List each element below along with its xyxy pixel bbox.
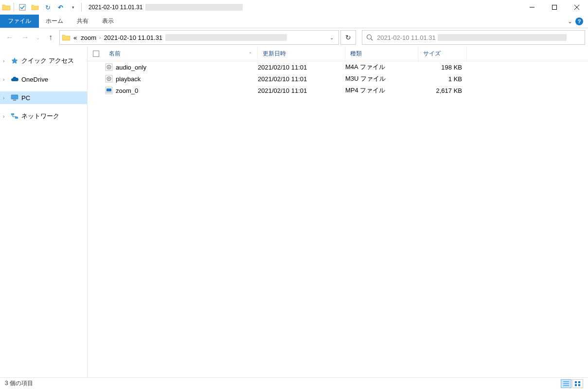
- folder-icon: [2, 3, 11, 12]
- item-count: 3 個の項目: [5, 379, 33, 388]
- breadcrumb-redaction: [165, 34, 287, 41]
- sidebar-label: OneDrive: [21, 76, 48, 83]
- sidebar-item-onedrive[interactable]: › OneDrive: [0, 73, 87, 86]
- breadcrumb-seg1[interactable]: zoom: [81, 34, 96, 41]
- chevron-right-icon[interactable]: ›: [3, 114, 8, 119]
- file-date: 2021/02/10 11:01: [258, 64, 345, 71]
- file-row[interactable]: zoom_02021/02/10 11:01MP4 ファイル2,617 KB: [88, 85, 588, 96]
- sidebar-item-quick-access[interactable]: › クイック アクセス: [0, 54, 87, 67]
- icons-view-button[interactable]: [572, 379, 583, 388]
- properties-checkbox-icon[interactable]: [17, 2, 28, 13]
- folder-icon: [62, 33, 71, 42]
- file-name: playback: [116, 75, 141, 83]
- file-name: zoom_0: [116, 87, 138, 94]
- breadcrumb[interactable]: « zoom › 2021-02-10 11.01.31: [73, 34, 287, 41]
- search-box[interactable]: 2021-02-10 11.01.31: [362, 30, 585, 45]
- header-name[interactable]: 名前 ⌃: [104, 47, 258, 61]
- title-redaction: [145, 4, 243, 11]
- file-rows: audio_only2021/02/10 11:01M4A ファイル198 KB…: [88, 61, 588, 96]
- svg-rect-19: [578, 384, 580, 386]
- svg-rect-1: [552, 5, 557, 10]
- back-button[interactable]: ←: [3, 31, 17, 44]
- search-redaction: [438, 34, 567, 41]
- new-folder-icon[interactable]: [30, 2, 40, 13]
- recent-locations-dropdown[interactable]: ⌄: [34, 31, 42, 44]
- sidebar-label: PC: [21, 94, 30, 102]
- chevron-right-icon[interactable]: ›: [3, 77, 8, 82]
- view-switcher: [561, 379, 583, 388]
- svg-rect-3: [11, 95, 18, 99]
- redo-icon[interactable]: ↻: [42, 2, 53, 13]
- search-icon: [366, 34, 373, 41]
- file-icon: [105, 75, 113, 83]
- column-headers: 名前 ⌃ 更新日時 種類 サイズ: [88, 47, 588, 61]
- customize-qat-dropdown[interactable]: ▾: [68, 2, 78, 13]
- help-icon[interactable]: ?: [575, 18, 583, 25]
- cloud-icon: [11, 75, 18, 83]
- network-icon: [11, 112, 18, 120]
- file-icon: [105, 63, 113, 71]
- ribbon-right: ⌄ ?: [568, 15, 588, 28]
- star-icon: [11, 57, 18, 65]
- tab-file[interactable]: ファイル: [0, 15, 39, 28]
- tab-share[interactable]: 共有: [70, 15, 95, 28]
- window-controls: [521, 0, 588, 15]
- file-name: audio_only: [116, 64, 146, 71]
- minimize-button[interactable]: [521, 0, 543, 15]
- up-button[interactable]: ↑: [44, 31, 57, 44]
- file-size: 2,617 KB: [418, 87, 467, 94]
- quick-access-toolbar: ↻ ↶ ▾: [0, 2, 85, 13]
- svg-rect-14: [107, 88, 111, 91]
- file-type: MP4 ファイル: [345, 86, 418, 95]
- header-size-label: サイズ: [423, 50, 441, 58]
- header-name-label: 名前: [109, 50, 121, 58]
- svg-rect-18: [575, 384, 577, 386]
- svg-rect-5: [11, 113, 14, 115]
- address-bar[interactable]: « zoom › 2021-02-10 11.01.31 ⌄: [59, 30, 339, 45]
- window-title: 2021-02-10 11.01.31: [89, 4, 243, 11]
- breadcrumb-sep-icon[interactable]: ›: [99, 35, 101, 40]
- svg-rect-16: [575, 381, 577, 383]
- refresh-button[interactable]: ↻: [340, 30, 356, 45]
- status-bar: 3 個の項目: [0, 377, 588, 389]
- chevron-right-icon[interactable]: ›: [3, 58, 8, 64]
- svg-rect-15: [106, 92, 112, 93]
- header-type[interactable]: 種類: [345, 47, 418, 61]
- chevron-right-icon[interactable]: ›: [3, 95, 8, 101]
- forward-button[interactable]: →: [18, 31, 32, 44]
- tab-view[interactable]: 表示: [95, 15, 121, 28]
- svg-point-9: [108, 67, 109, 68]
- separator: [14, 3, 14, 12]
- breadcrumb-prefix: «: [73, 34, 77, 41]
- header-date[interactable]: 更新日時: [258, 47, 345, 61]
- search-placeholder-text: 2021-02-10 11.01.31: [377, 34, 436, 41]
- sidebar-item-pc[interactable]: › PC: [0, 91, 87, 104]
- file-type: M4A ファイル: [345, 63, 418, 71]
- sidebar-item-network[interactable]: › ネットワーク: [0, 110, 87, 123]
- close-button[interactable]: [566, 0, 588, 15]
- file-size: 1 KB: [418, 75, 467, 83]
- header-size[interactable]: サイズ: [418, 47, 467, 61]
- breadcrumb-seg2[interactable]: 2021-02-10 11.01.31: [104, 34, 162, 41]
- navigation-bar: ← → ⌄ ↑ « zoom › 2021-02-10 11.01.31 ⌄ ↻…: [0, 28, 588, 47]
- file-list: 名前 ⌃ 更新日時 種類 サイズ audio_only2021/02/10 11…: [88, 47, 588, 377]
- maximize-button[interactable]: [543, 0, 566, 15]
- svg-point-12: [108, 78, 109, 79]
- main-area: › クイック アクセス › OneDrive › PC ›: [0, 47, 588, 377]
- file-date: 2021/02/10 11:01: [258, 87, 345, 94]
- file-type: M3U ファイル: [345, 74, 418, 83]
- titlebar: ↻ ↶ ▾ 2021-02-10 11.01.31: [0, 0, 588, 15]
- header-checkbox[interactable]: [88, 51, 104, 57]
- sidebar-label: クイック アクセス: [21, 56, 74, 65]
- sidebar-label: ネットワーク: [21, 112, 59, 121]
- header-date-label: 更新日時: [263, 50, 286, 58]
- file-row[interactable]: playback2021/02/10 11:01M3U ファイル1 KB: [88, 73, 588, 85]
- details-view-button[interactable]: [561, 379, 571, 388]
- address-dropdown-icon[interactable]: ⌄: [327, 35, 337, 40]
- tab-home[interactable]: ホーム: [39, 15, 70, 28]
- file-row[interactable]: audio_only2021/02/10 11:01M4A ファイル198 KB: [88, 61, 588, 73]
- window-title-text: 2021-02-10 11.01.31: [89, 4, 143, 11]
- collapse-ribbon-icon[interactable]: ⌄: [568, 18, 572, 25]
- header-type-label: 種類: [350, 50, 362, 58]
- undo-icon[interactable]: ↶: [55, 2, 66, 13]
